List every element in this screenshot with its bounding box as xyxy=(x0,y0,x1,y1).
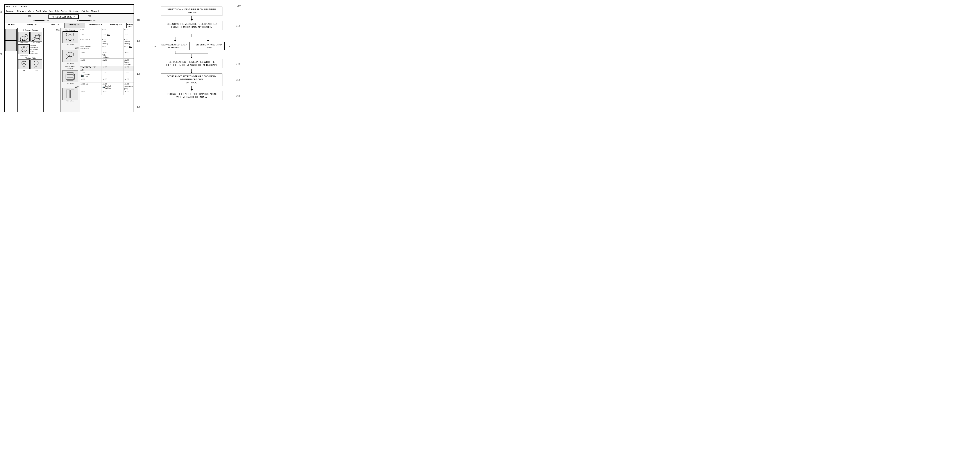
month-august[interactable]: August xyxy=(60,10,68,12)
month-january[interactable]: January xyxy=(6,10,14,12)
mon-column: 220 xyxy=(44,28,61,112)
svg-line-6 xyxy=(27,39,27,41)
flowchart-section: 700 SELECTING AN IDENTIFIER FROM IDENTIF… xyxy=(143,5,240,100)
ref-150: 150 xyxy=(81,68,84,70)
sun-item-2[interactable]: Title & Text xyxy=(30,32,42,43)
month-april[interactable]: April xyxy=(36,10,41,12)
fri-1100: 11:00Lunchwith Sue xyxy=(124,59,134,65)
month-june[interactable]: June xyxy=(49,10,53,12)
svg-point-20 xyxy=(66,33,69,36)
tue-thumb-4[interactable] xyxy=(62,88,78,100)
wed-900: 9:00 Teleconfwith Micron xyxy=(80,45,102,51)
fri-600: 6:00 xyxy=(124,28,134,33)
sun-thumb-1 xyxy=(18,32,30,41)
flow-box-700: SELECTING AN IDENTIFIER FROM IDENTIFIER … xyxy=(161,6,223,16)
ref-130-a-label: 130 xyxy=(137,72,141,75)
svg-line-10 xyxy=(33,37,35,38)
sun-item-1-label: Title & Text xyxy=(20,42,28,43)
wed-1600: 16:00 xyxy=(80,90,102,95)
tue-item-3-label: Title & Text xyxy=(67,83,74,84)
flow-step-710: SELECTING THE MEDIA FILE TO BE IDENTIFIE… xyxy=(150,21,233,30)
flow-box-750: ACCESSING THE TEXT NOTE OF A BOOKMARK ID… xyxy=(161,73,223,86)
month-may[interactable]: May xyxy=(43,10,47,12)
arrow-330: ←→ 330 xyxy=(6,15,31,17)
flow-ref-740-label: 740 xyxy=(236,62,240,65)
month-october[interactable]: October xyxy=(81,10,89,12)
menu-edit[interactable]: Edit xyxy=(13,5,17,8)
sun-section2-title: Visiting Hills xyxy=(18,57,43,59)
flow-step-750: ACCESSING THE TEXT NOTE OF A BOOKMARK ID… xyxy=(150,73,233,86)
svg-rect-29 xyxy=(66,90,70,98)
svg-point-0 xyxy=(21,36,27,41)
sun-item-6-label: Title xyxy=(35,69,38,71)
thu-1200: 12:00 xyxy=(102,66,124,71)
wed-1300: 13:00 📷 FactoryVisit xyxy=(80,71,102,78)
flow-box-710: SELECTING THE MEDIA FILE TO BE IDENTIFIE… xyxy=(161,21,223,30)
month-novemb[interactable]: Novemb xyxy=(91,10,99,12)
tue-column: Site Meeting Title & Text 220 Title & Te… xyxy=(61,28,80,112)
svg-rect-27 xyxy=(67,78,73,80)
sun-item-6[interactable]: Title xyxy=(30,59,42,71)
month-july[interactable]: July xyxy=(55,10,59,12)
svg-point-28 xyxy=(73,75,74,76)
sun-thumb-5 xyxy=(18,59,30,69)
flow-split-connector xyxy=(161,31,223,34)
month-september[interactable]: September xyxy=(69,10,80,12)
thu-700: 7:00 120 xyxy=(102,33,124,38)
day-header-fri: Friday 21.6. xyxy=(127,23,134,28)
sun-item-5[interactable]: Title xyxy=(18,59,30,71)
sun-thumb-6 xyxy=(30,59,42,69)
wed-1100: 11:00 xyxy=(80,59,102,65)
fri-1000: 10:00 xyxy=(124,51,134,58)
fri-800: 8:00WeeklyMeeting xyxy=(124,38,134,45)
tue-item-4-label: Title & Text xyxy=(67,100,74,102)
svg-point-18 xyxy=(23,61,25,64)
ref-120-b: 120 xyxy=(129,45,132,48)
sun-item-3[interactable]: Title & Text xyxy=(18,45,30,56)
ref-110-label: 110 xyxy=(137,19,140,21)
ref-100-label: 100 xyxy=(137,40,141,42)
selected-week-box[interactable]: ◄ TUESDAY 18.6. ► xyxy=(48,14,79,19)
sun-thumb-3 xyxy=(18,45,30,54)
flow-box-730: ENTERING AN ANNOTATION SIGN xyxy=(194,42,224,50)
wed-1500: 15:00 140 xyxy=(80,83,102,90)
flow-split-row: ADDING A TEXT NOTE AS A BOOKMARK 720 ENT… xyxy=(159,42,224,50)
flow-box-720: ADDING A TEXT NOTE AS A BOOKMARK xyxy=(159,42,189,50)
flow-split-area xyxy=(159,34,224,42)
tue-thumb-2[interactable] xyxy=(62,50,78,62)
arrow-340-left: ←→ 340 xyxy=(33,19,49,22)
menu-file[interactable]: File xyxy=(6,5,10,8)
tue-item-2-label: Title & Text xyxy=(67,62,74,64)
svg-point-8 xyxy=(38,38,40,40)
month-march[interactable]: March xyxy=(28,10,34,12)
tue-thumb-1[interactable] xyxy=(62,31,78,43)
sun-item-1[interactable]: Title & Text xyxy=(18,32,30,43)
tue-thumb-3[interactable] xyxy=(62,70,78,82)
flow-ref-720-label: 720 xyxy=(152,45,156,48)
svg-rect-9 xyxy=(35,35,40,38)
day-headers: Sat 15.6. Sunday 16.6 Mon 17.6. Tuesday … xyxy=(5,23,134,28)
flow-ref-760-label: 760 xyxy=(236,94,240,97)
thu-1400: 14:00 xyxy=(102,78,124,83)
sat-thumb-1 xyxy=(5,29,17,40)
fri-900: 9:00 120 xyxy=(124,45,134,51)
day-header-thu: Thursday 20.6. xyxy=(106,23,127,28)
sun-item-5-label: Title xyxy=(22,69,25,71)
sun-thumb-2 xyxy=(30,32,42,41)
flow-ref-750-label: 750 xyxy=(236,78,240,81)
wed-700: 7:00 xyxy=(80,33,102,38)
sat-thumb-2 xyxy=(5,40,17,51)
month-february[interactable]: February xyxy=(17,10,26,12)
svg-line-2 xyxy=(24,37,25,38)
menu-search[interactable]: Search xyxy=(21,5,27,8)
ref-140: 140 xyxy=(86,83,88,85)
flow-ref-700-label: 700 xyxy=(237,5,241,7)
ref-220-c: 220 xyxy=(75,86,78,88)
ref-200-label: 200 xyxy=(0,53,2,55)
month-nav: January February March April May June Ju… xyxy=(5,8,134,14)
flow-box-760: STORING THE IDENTIFIER INFORMATION ALONG… xyxy=(161,91,223,100)
flow-step-700: SELECTING AN IDENTIFIER FROM IDENTIFIER … xyxy=(150,6,233,16)
flow-step-760: STORING THE IDENTIFIER INFORMATION ALONG… xyxy=(150,91,233,100)
fri-1400: 14:00 xyxy=(124,78,134,83)
thu-1000: 10:00CRMworkshop xyxy=(102,51,124,58)
